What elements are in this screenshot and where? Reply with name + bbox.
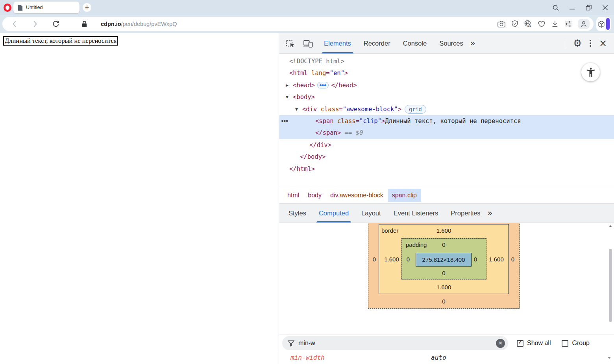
code-token: <div [302,106,317,113]
browser-tab[interactable]: Untitled [13,2,80,13]
opera-logo-icon[interactable] [4,4,11,12]
scrollbar-thumb[interactable] [609,249,612,322]
restore-window-icon[interactable] [585,4,592,11]
row-hover-dots[interactable]: ●●● [281,115,288,127]
margin-left-value: 0 [371,256,377,263]
toolbar-divider [565,38,565,48]
tree-line[interactable]: ▼<body> [279,91,614,103]
tree-line[interactable]: </span> == $0 [279,127,614,139]
download-icon[interactable] [551,20,559,28]
reload-icon[interactable] [52,20,59,28]
border-right-value: 1.600 [488,256,504,263]
crumb-token: span [392,192,406,199]
show-all-checkbox[interactable] [517,340,523,347]
tab-recorder[interactable]: Recorder [357,33,397,53]
scroll-down-arrow[interactable] [608,357,611,359]
breadcrumb-item[interactable]: span.clip [388,189,421,202]
filter-input[interactable] [298,340,496,347]
tree-line[interactable]: ▼<div class="awesome-block">grid [279,103,614,115]
tree-line[interactable]: </html> [279,163,614,175]
tab-elements[interactable]: Elements [318,33,357,53]
tree-line[interactable]: </body> [279,151,614,163]
tree-line[interactable]: <html lang="en"> [279,67,614,79]
close-devtools-icon[interactable]: × [599,39,607,48]
code-token: "clip" [359,118,381,125]
code-token: lang [308,70,326,77]
breadcrumb-item[interactable]: body [303,189,326,202]
code-token: = [356,118,359,125]
bookmark-heart-icon[interactable] [538,20,546,28]
svg-text:A: A [528,24,531,28]
margin-bottom-value: 0 [368,298,520,305]
box-model-diagram[interactable]: 275.812×18.400 border 1.600 padding 0 0 … [368,223,520,309]
sidebar-tabs: StylesComputedLayoutEvent ListenersPrope… [279,203,614,223]
tab-layout[interactable]: Layout [355,204,387,222]
tree-line[interactable]: </div> [279,139,614,151]
scroll-up-arrow[interactable] [609,225,612,227]
disclosure-arrow[interactable]: ▶ [286,79,293,91]
code-token: > [398,106,401,113]
devtools-panel: ElementsRecorderConsoleSources » ⚙ × <!D… [279,33,614,364]
page-viewport[interactable]: Длинный текст, который не переносится [0,33,279,364]
more-sidebar-tabs-icon[interactable]: » [488,208,493,218]
tab-event-listeners[interactable]: Event Listeners [387,204,445,222]
code-token: <html [289,70,308,77]
group-option[interactable]: Group [562,340,589,347]
box-model-content[interactable]: 275.812×18.400 [416,253,472,267]
tab-properties[interactable]: Properties [444,204,486,222]
sidebar-widget[interactable] [596,17,611,31]
group-checkbox[interactable] [562,340,568,347]
cube-icon [598,20,605,28]
address-bar[interactable]: cdpn.io/pen/debug/pvEWxpQ A [2,17,594,31]
disclosure-arrow[interactable]: ▼ [295,103,302,115]
minimize-icon[interactable] [568,4,575,11]
page-document-icon [17,5,23,11]
new-tab-button[interactable]: + [83,3,91,12]
inspect-element-icon[interactable] [285,39,295,48]
search-icon[interactable] [552,4,559,11]
tab-styles[interactable]: Styles [282,204,313,222]
show-all-label: Show all [527,340,551,347]
tab-title: Untitled [26,5,43,10]
lock-icon[interactable] [81,20,87,28]
device-toolbar-icon[interactable] [303,39,313,48]
disclosure-arrow[interactable]: ▼ [286,91,293,103]
clear-filter-icon[interactable]: ✕ [496,339,505,348]
tune-sliders-icon[interactable] [564,20,572,28]
filter-field[interactable]: ✕ [282,336,508,350]
computed-panel[interactable]: 275.812×18.400 border 1.600 padding 0 0 … [279,223,614,334]
forward-icon[interactable] [33,20,38,28]
elements-tree[interactable]: <!DOCTYPE html><html lang="en">▶<head>●●… [279,54,614,187]
tab-console[interactable]: Console [397,33,433,53]
address-row: cdpn.io/pen/debug/pvEWxpQ A [0,15,614,33]
border-top-value: 1.600 [368,227,520,234]
expand-ellipsis-badge[interactable]: ●●● [317,82,329,88]
devtools-menu-icon[interactable] [590,40,591,47]
tree-line[interactable]: <!DOCTYPE html> [279,55,614,67]
breadcrumb-item[interactable]: html [283,189,303,202]
profile-button[interactable] [578,19,590,29]
back-icon[interactable] [12,20,17,28]
tree-line[interactable]: ●●●<span class="clip">Длинный текст, кот… [279,115,614,127]
translate-globe-icon[interactable]: A [524,20,532,28]
shield-check-icon[interactable] [511,20,518,28]
show-all-option[interactable]: Show all [517,340,551,347]
snapshot-camera-icon[interactable] [497,20,505,28]
crumb-token: body [308,192,322,199]
tab-computed[interactable]: Computed [313,204,355,222]
computed-property-row[interactable]: min-width auto [279,352,614,364]
border-bottom-value: 1.600 [368,284,520,290]
url-text[interactable]: cdpn.io/pen/debug/pvEWxpQ [101,21,177,27]
computed-scrollbar[interactable] [608,225,613,331]
more-panels-icon[interactable]: » [470,39,475,48]
tree-line[interactable]: ▶<head>●●●</head> [279,79,614,91]
tab-sources[interactable]: Sources [433,33,470,53]
accessibility-button[interactable] [581,63,600,81]
grid-badge[interactable]: grid [405,105,426,114]
breadcrumb: htmlbodydiv.awesome-blockspan.clip [279,187,614,203]
code-token: = [326,70,329,77]
breadcrumb-item[interactable]: div.awesome-block [326,189,388,202]
code-token: "awesome-block" [343,106,398,113]
close-window-icon[interactable] [601,4,608,11]
settings-gear-icon[interactable]: ⚙ [573,39,582,48]
